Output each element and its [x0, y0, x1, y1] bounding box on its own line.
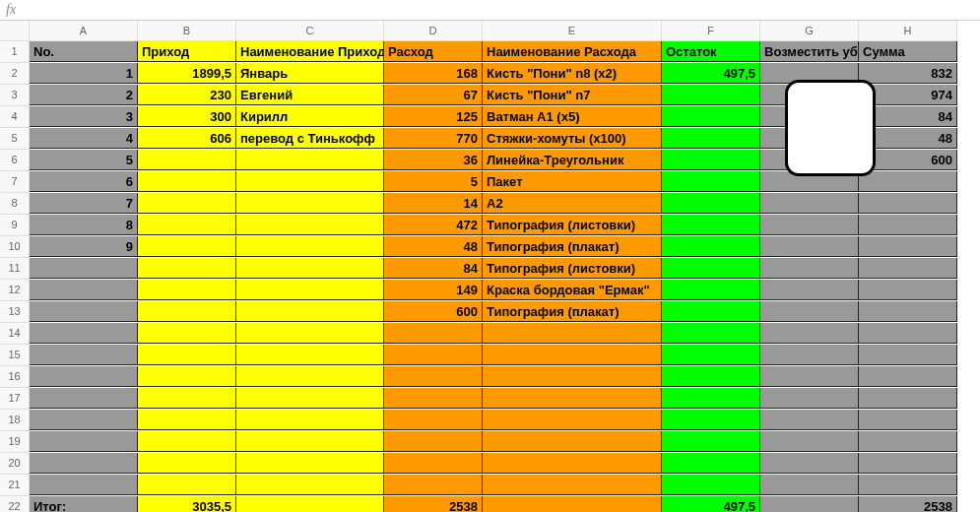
- cell-A[interactable]: 7: [30, 193, 138, 214]
- row-header[interactable]: 4: [0, 106, 30, 128]
- cell-C[interactable]: [236, 388, 384, 409]
- cell-A[interactable]: 3: [30, 106, 138, 127]
- row-header[interactable]: 20: [0, 453, 30, 475]
- cell-D[interactable]: 14: [384, 193, 483, 214]
- col-header-H[interactable]: H: [859, 21, 957, 41]
- footer-E[interactable]: [483, 496, 662, 512]
- cell-H[interactable]: [859, 323, 957, 344]
- cell-E[interactable]: [483, 431, 662, 452]
- cell-B[interactable]: 230: [138, 85, 236, 105]
- cell-C[interactable]: [236, 410, 384, 430]
- cell-H[interactable]: [859, 453, 957, 474]
- cell-H[interactable]: [859, 366, 957, 387]
- cell-A[interactable]: [30, 453, 138, 474]
- cell-E[interactable]: [483, 323, 662, 344]
- cell-F[interactable]: 497,5: [662, 63, 760, 84]
- cell-F[interactable]: [662, 323, 760, 344]
- row-header[interactable]: 9: [0, 215, 30, 236]
- cell-D[interactable]: 770: [384, 128, 483, 149]
- cell-B[interactable]: [138, 323, 236, 344]
- cell-G[interactable]: [760, 215, 859, 235]
- row-header[interactable]: 6: [0, 150, 30, 171]
- cell-G[interactable]: [760, 453, 859, 474]
- cell-B[interactable]: [138, 453, 236, 474]
- cell-A[interactable]: [30, 301, 138, 322]
- cell-B[interactable]: [138, 366, 236, 387]
- row-header[interactable]: 8: [0, 193, 30, 215]
- cell-C[interactable]: [236, 301, 384, 322]
- cell-A[interactable]: [30, 345, 138, 365]
- cell-A[interactable]: [30, 366, 138, 387]
- row-header[interactable]: 3: [0, 85, 30, 106]
- header-cell-C[interactable]: Наименование Прихода: [236, 41, 384, 62]
- cell-A[interactable]: [30, 258, 138, 279]
- row-header[interactable]: 15: [0, 345, 30, 366]
- cell-E[interactable]: Кисть "Пони" n8 (x2): [483, 63, 662, 84]
- cell-F[interactable]: [662, 301, 760, 322]
- cell-D[interactable]: 600: [384, 301, 483, 322]
- col-header-E[interactable]: E: [483, 21, 662, 41]
- cell-E[interactable]: Типография (листовки): [483, 258, 662, 279]
- cell-D[interactable]: [384, 431, 483, 452]
- header-cell-E[interactable]: Наименование Расхода: [483, 41, 662, 62]
- cell-B[interactable]: [138, 301, 236, 322]
- cell-G[interactable]: [760, 410, 859, 430]
- cell-D[interactable]: [384, 345, 483, 365]
- cell-B[interactable]: 300: [138, 106, 236, 127]
- cell-D[interactable]: [384, 388, 483, 409]
- cell-A[interactable]: 1: [30, 63, 138, 84]
- cell-D[interactable]: [384, 453, 483, 474]
- cell-A[interactable]: [30, 280, 138, 300]
- cell-C[interactable]: [236, 280, 384, 300]
- cell-E[interactable]: [483, 453, 662, 474]
- cell-H[interactable]: [859, 215, 957, 235]
- col-header-F[interactable]: F: [662, 21, 760, 41]
- cell-F[interactable]: [662, 475, 760, 495]
- cell-G[interactable]: [760, 193, 859, 214]
- cell-D[interactable]: 472: [384, 215, 483, 235]
- cell-A[interactable]: [30, 431, 138, 452]
- cell-F[interactable]: [662, 280, 760, 300]
- row-header[interactable]: 10: [0, 236, 30, 258]
- cell-H[interactable]: [859, 345, 957, 365]
- cell-E[interactable]: Типография (плакат): [483, 236, 662, 257]
- cell-C[interactable]: [236, 258, 384, 279]
- cell-A[interactable]: 6: [30, 171, 138, 192]
- header-cell-H[interactable]: Сумма: [859, 41, 957, 62]
- cell-H[interactable]: [859, 280, 957, 300]
- cell-C[interactable]: Январь: [236, 63, 384, 84]
- cell-E[interactable]: Краска бордовая "Ермак": [483, 280, 662, 300]
- row-header[interactable]: 12: [0, 280, 30, 301]
- rounded-rectangle-shape[interactable]: [785, 80, 876, 176]
- cell-B[interactable]: [138, 388, 236, 409]
- cell-E[interactable]: Стяжки-хомуты (x100): [483, 128, 662, 149]
- cell-F[interactable]: [662, 85, 760, 105]
- cell-C[interactable]: [236, 323, 384, 344]
- cell-H[interactable]: [859, 171, 957, 192]
- cell-C[interactable]: [236, 236, 384, 257]
- cell-D[interactable]: 48: [384, 236, 483, 257]
- footer-D[interactable]: 2538: [384, 496, 483, 512]
- cell-H[interactable]: [859, 193, 957, 214]
- cell-F[interactable]: [662, 106, 760, 127]
- cell-E[interactable]: Пакет: [483, 171, 662, 192]
- cell-D[interactable]: 5: [384, 171, 483, 192]
- cell-C[interactable]: [236, 453, 384, 474]
- cell-A[interactable]: 9: [30, 236, 138, 257]
- cell-B[interactable]: [138, 410, 236, 430]
- cell-C[interactable]: [236, 215, 384, 235]
- cell-G[interactable]: [760, 345, 859, 365]
- row-header[interactable]: 22: [0, 496, 30, 512]
- col-header-B[interactable]: B: [138, 21, 236, 41]
- cell-F[interactable]: [662, 345, 760, 365]
- cell-F[interactable]: [662, 410, 760, 430]
- cell-H[interactable]: 832: [859, 63, 957, 84]
- cell-C[interactable]: [236, 150, 384, 170]
- cell-F[interactable]: [662, 150, 760, 170]
- cell-C[interactable]: [236, 431, 384, 452]
- cell-E[interactable]: Типография (листовки): [483, 215, 662, 235]
- cell-F[interactable]: [662, 171, 760, 192]
- row-header[interactable]: 5: [0, 128, 30, 150]
- cell-B[interactable]: [138, 431, 236, 452]
- cell-H[interactable]: [859, 431, 957, 452]
